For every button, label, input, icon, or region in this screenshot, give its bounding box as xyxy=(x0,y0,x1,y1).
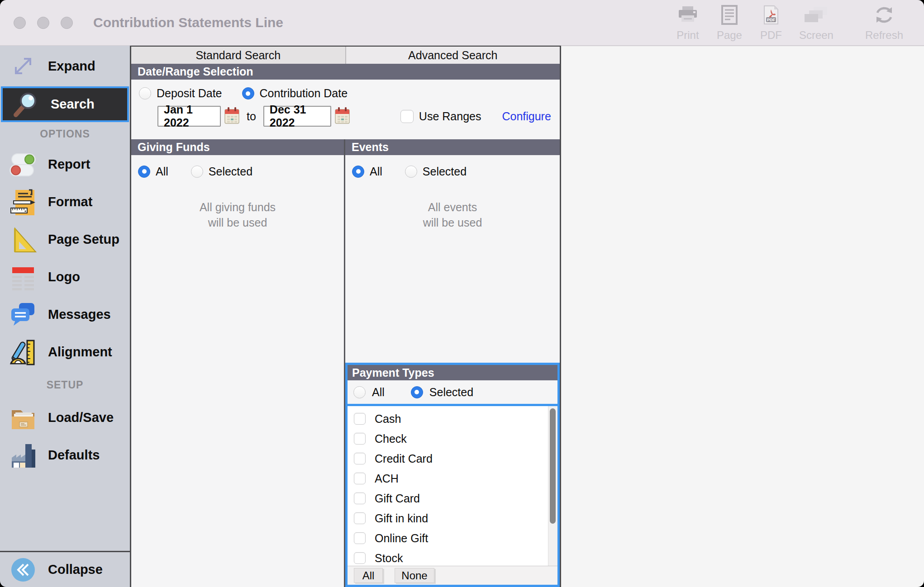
tab-advanced-search[interactable]: Advanced Search xyxy=(346,47,560,64)
select-all-button[interactable]: All xyxy=(354,568,383,583)
window-title: Contribution Statements Line xyxy=(93,15,283,30)
deposit-date-radio[interactable] xyxy=(139,87,151,99)
payment-type-label: ACH xyxy=(375,472,399,485)
payment-type-label: Online Gift xyxy=(375,532,428,545)
sidebar-item-label: Collapse xyxy=(48,562,103,577)
sidebar-item-label: Messages xyxy=(48,307,111,322)
date-range-header: Date/Range Selection xyxy=(131,64,560,80)
factory-icon xyxy=(5,441,41,469)
sidebar-item-collapse[interactable]: Collapse xyxy=(0,552,130,587)
ruler-pencil-icon xyxy=(5,338,41,366)
payment-type-row[interactable]: Check xyxy=(348,429,557,449)
payment-type-row[interactable]: Gift Card xyxy=(348,488,557,508)
giving-funds-note: All giving funds will be used xyxy=(131,199,344,230)
payment-type-checkbox[interactable] xyxy=(354,492,366,504)
sidebar-spacer xyxy=(0,474,130,551)
payment-type-checkbox[interactable] xyxy=(354,532,366,544)
page-button[interactable]: Page xyxy=(716,4,743,42)
sidebar-item-label: Format xyxy=(48,194,92,209)
deposit-date-label: Deposit Date xyxy=(157,87,222,100)
use-ranges-checkbox[interactable] xyxy=(400,110,414,123)
configure-link[interactable]: Configure xyxy=(502,110,551,123)
zoom-window-button[interactable] xyxy=(61,17,73,29)
events-selected-radio[interactable] xyxy=(405,166,417,178)
payment-type-row[interactable]: Cash xyxy=(348,409,557,429)
expand-icon xyxy=(5,52,41,80)
sidebar-item-label: Defaults xyxy=(48,448,100,463)
sidebar-item-search[interactable]: Search xyxy=(1,86,129,122)
screen-button[interactable]: Screen xyxy=(799,4,834,42)
tab-standard-search[interactable]: Standard Search xyxy=(131,47,346,64)
payment-types-selected-radio[interactable] xyxy=(411,386,423,398)
sidebar-item-page-setup[interactable]: Page Setup xyxy=(0,221,130,258)
sidebar-item-label: Page Setup xyxy=(48,232,119,247)
date-from-input[interactable]: Jan 1 2022 xyxy=(157,106,221,127)
sidebar-section-options: OPTIONS xyxy=(0,122,130,146)
svg-text:PDF: PDF xyxy=(767,18,776,22)
payment-type-row[interactable]: Credit Card xyxy=(348,449,557,469)
payment-type-label: Stock xyxy=(375,552,403,565)
sidebar-item-format[interactable]: Format xyxy=(0,183,130,221)
refresh-icon xyxy=(874,4,895,26)
sidebar-item-defaults[interactable]: Defaults xyxy=(0,436,130,474)
print-button[interactable]: Print xyxy=(674,4,701,42)
payment-type-checkbox[interactable] xyxy=(354,512,366,524)
sidebar-item-messages[interactable]: Messages xyxy=(0,296,130,333)
report-preview-area xyxy=(561,46,924,587)
giving-funds-selected-radio[interactable] xyxy=(191,166,203,178)
calendar-icon[interactable] xyxy=(224,107,239,126)
date-to-input[interactable]: Dec 31 2022 xyxy=(263,106,331,127)
payment-type-label: Gift in kind xyxy=(375,512,428,525)
page-icon xyxy=(721,4,738,26)
payment-list-scrollbar[interactable] xyxy=(548,406,557,566)
select-none-button[interactable]: None xyxy=(395,568,434,583)
giving-funds-all-radio[interactable] xyxy=(138,166,150,178)
format-document-icon xyxy=(5,188,41,216)
sidebar-item-expand[interactable]: Expand xyxy=(0,46,130,86)
payment-type-label: Check xyxy=(375,432,407,445)
payment-types-all-radio[interactable] xyxy=(353,386,366,398)
payment-type-checkbox[interactable] xyxy=(354,473,366,484)
payment-type-checkbox[interactable] xyxy=(354,413,366,425)
payment-type-label: Cash xyxy=(375,412,401,426)
content-area: Expand Search OPTIONS Report Format xyxy=(0,46,924,587)
search-tabs: Standard Search Advanced Search xyxy=(131,47,560,64)
scrollbar-thumb[interactable] xyxy=(550,408,556,524)
printer-icon xyxy=(677,4,698,26)
sidebar-item-logo[interactable]: Logo xyxy=(0,258,130,296)
date-range-body: Deposit Date Contribution Date Jan 1 202… xyxy=(131,80,560,139)
payment-type-checkbox[interactable] xyxy=(354,552,366,564)
calendar-icon[interactable] xyxy=(335,107,350,126)
sidebar: Expand Search OPTIONS Report Format xyxy=(0,46,131,587)
sidebar-item-label: Logo xyxy=(48,270,80,284)
payment-type-label: Gift Card xyxy=(375,492,420,505)
payment-type-row[interactable]: ACH xyxy=(348,469,557,488)
minimize-window-button[interactable] xyxy=(37,17,49,29)
payment-type-row[interactable]: Stock xyxy=(348,548,557,566)
sidebar-item-load-save[interactable]: Load/Save xyxy=(0,399,130,436)
sidebar-item-report[interactable]: Report xyxy=(0,146,130,183)
refresh-button[interactable]: Refresh xyxy=(865,4,903,42)
to-label: to xyxy=(247,110,256,123)
payment-types-header: Payment Types xyxy=(348,365,557,380)
payment-type-row[interactable]: Gift in kind xyxy=(348,508,557,528)
payment-type-checkbox[interactable] xyxy=(354,453,366,464)
pdf-button[interactable]: PDF PDF xyxy=(757,4,785,42)
close-window-button[interactable] xyxy=(14,17,26,29)
folder-icon xyxy=(5,404,41,432)
sidebar-item-label: Alignment xyxy=(48,345,112,360)
giving-funds-header: Giving Funds xyxy=(131,139,344,155)
set-square-icon xyxy=(5,226,41,254)
collapse-icon xyxy=(5,557,41,583)
payment-type-label: Credit Card xyxy=(375,452,433,465)
events-header: Events xyxy=(345,139,560,155)
events-all-radio[interactable] xyxy=(352,166,364,178)
payment-type-checkbox[interactable] xyxy=(354,433,366,445)
contribution-date-radio[interactable] xyxy=(242,87,254,99)
events-note: All events will be used xyxy=(345,199,560,230)
sidebar-section-setup: SETUP xyxy=(0,371,130,399)
payment-types-footer: All None xyxy=(348,566,557,585)
payment-type-row[interactable]: Online Gift xyxy=(348,528,557,548)
sidebar-item-alignment[interactable]: Alignment xyxy=(0,333,130,371)
contribution-date-label: Contribution Date xyxy=(260,87,348,100)
